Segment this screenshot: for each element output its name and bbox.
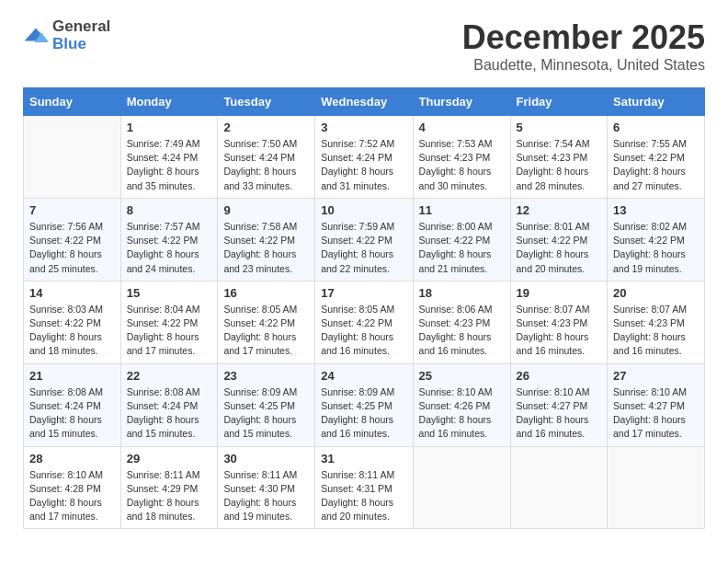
cell-line: and 25 minutes. — [29, 262, 115, 276]
cell-line: Daylight: 8 hours — [127, 330, 212, 344]
cell-line: and 28 minutes. — [517, 179, 601, 193]
day-number: 21 — [29, 369, 115, 383]
calendar-cell: 18Sunrise: 8:06 AMSunset: 4:23 PMDayligh… — [413, 281, 510, 363]
cell-line: Daylight: 8 hours — [321, 330, 406, 344]
cell-line: Daylight: 8 hours — [613, 247, 699, 261]
day-number: 1 — [127, 121, 212, 134]
cell-content: Sunrise: 8:07 AMSunset: 4:23 PMDaylight:… — [613, 303, 699, 359]
cell-line: Sunset: 4:22 PM — [127, 316, 212, 330]
calendar-cell: 13Sunrise: 8:02 AMSunset: 4:22 PMDayligh… — [608, 198, 705, 281]
day-number: 13 — [613, 203, 699, 217]
day-number: 26 — [517, 369, 601, 383]
cell-line: Sunset: 4:22 PM — [517, 234, 601, 247]
calendar-cell: 11Sunrise: 8:00 AMSunset: 4:22 PMDayligh… — [413, 198, 510, 281]
cell-line: Sunset: 4:22 PM — [321, 234, 406, 247]
cell-content: Sunrise: 7:56 AMSunset: 4:22 PMDaylight:… — [29, 220, 115, 276]
cell-content: Sunrise: 8:10 AMSunset: 4:26 PMDaylight:… — [419, 385, 505, 442]
cell-line: Sunset: 4:22 PM — [613, 234, 699, 247]
weekday-header-row: SundayMondayTuesdayWednesdayThursdayFrid… — [24, 88, 705, 116]
cell-line: Sunset: 4:27 PM — [613, 399, 699, 413]
cell-line: Sunset: 4:23 PM — [419, 316, 505, 330]
day-number: 20 — [613, 286, 699, 300]
cell-line: and 16 minutes. — [321, 344, 406, 358]
cell-content: Sunrise: 7:53 AMSunset: 4:23 PMDaylight:… — [419, 137, 505, 193]
day-number: 3 — [321, 121, 406, 134]
cell-content: Sunrise: 8:11 AMSunset: 4:30 PMDaylight:… — [223, 468, 309, 524]
cell-line: and 15 minutes. — [127, 427, 212, 441]
day-number: 31 — [321, 452, 406, 465]
cell-line: Sunrise: 8:06 AM — [419, 303, 505, 316]
calendar-cell: 29Sunrise: 8:11 AMSunset: 4:29 PMDayligh… — [120, 446, 218, 529]
calendar-week-row: 21Sunrise: 8:08 AMSunset: 4:24 PMDayligh… — [24, 363, 705, 446]
cell-line: Daylight: 8 hours — [29, 330, 115, 344]
cell-line: and 16 minutes. — [419, 427, 505, 441]
cell-line: Sunset: 4:25 PM — [321, 399, 406, 413]
cell-line: Daylight: 8 hours — [517, 165, 601, 178]
day-number: 7 — [29, 203, 115, 217]
calendar-cell — [413, 446, 510, 529]
day-number: 19 — [517, 286, 601, 300]
location-title: Baudette, Minnesota, United States — [462, 57, 705, 74]
calendar-cell: 12Sunrise: 8:01 AMSunset: 4:22 PMDayligh… — [510, 198, 607, 281]
cell-line: Sunset: 4:22 PM — [29, 234, 115, 247]
day-number: 30 — [223, 452, 309, 465]
weekday-header-tuesday: Tuesday — [218, 88, 315, 116]
day-number: 15 — [127, 286, 212, 300]
weekday-header-sunday: Sunday — [24, 88, 121, 116]
cell-line: Sunset: 4:22 PM — [419, 234, 505, 247]
cell-line: and 17 minutes. — [613, 427, 699, 441]
cell-content: Sunrise: 8:09 AMSunset: 4:25 PMDaylight:… — [223, 385, 309, 442]
cell-line: and 27 minutes. — [613, 179, 699, 193]
cell-content: Sunrise: 8:11 AMSunset: 4:29 PMDaylight:… — [127, 468, 212, 524]
cell-content: Sunrise: 8:08 AMSunset: 4:24 PMDaylight:… — [29, 385, 115, 442]
cell-line: Daylight: 8 hours — [419, 330, 505, 344]
page-header: General Blue December 2025 Baudette, Min… — [23, 18, 705, 74]
cell-line: Sunrise: 8:11 AM — [127, 468, 212, 482]
cell-line: Sunrise: 8:04 AM — [127, 303, 212, 316]
calendar-cell: 30Sunrise: 8:11 AMSunset: 4:30 PMDayligh… — [218, 446, 315, 529]
cell-line: Sunset: 4:23 PM — [613, 316, 699, 330]
weekday-header-thursday: Thursday — [413, 88, 510, 116]
cell-line: Sunrise: 8:10 AM — [613, 385, 699, 399]
cell-content: Sunrise: 7:49 AMSunset: 4:24 PMDaylight:… — [127, 137, 212, 193]
cell-line: and 15 minutes. — [223, 427, 309, 441]
cell-line: Sunset: 4:22 PM — [613, 151, 699, 165]
cell-line: and 23 minutes. — [223, 262, 309, 276]
calendar-cell: 10Sunrise: 7:59 AMSunset: 4:22 PMDayligh… — [315, 198, 413, 281]
cell-content: Sunrise: 8:05 AMSunset: 4:22 PMDaylight:… — [223, 303, 309, 359]
calendar-cell — [608, 446, 705, 529]
cell-line: Sunrise: 7:50 AM — [223, 137, 309, 151]
cell-content: Sunrise: 8:04 AMSunset: 4:22 PMDaylight:… — [127, 303, 212, 359]
cell-line: Daylight: 8 hours — [29, 247, 115, 261]
cell-line: Sunrise: 8:10 AM — [517, 385, 601, 399]
weekday-header-saturday: Saturday — [608, 88, 705, 116]
cell-line: and 19 minutes. — [223, 510, 309, 523]
cell-line: Sunset: 4:26 PM — [419, 399, 505, 413]
logo-general: General — [52, 18, 110, 36]
cell-line: and 17 minutes. — [127, 344, 212, 358]
calendar-cell: 9Sunrise: 7:58 AMSunset: 4:22 PMDaylight… — [218, 198, 315, 281]
cell-content: Sunrise: 7:52 AMSunset: 4:24 PMDaylight:… — [321, 137, 406, 193]
cell-line: Daylight: 8 hours — [223, 496, 309, 510]
day-number: 17 — [321, 286, 406, 300]
cell-line: and 16 minutes. — [419, 344, 505, 358]
day-number: 11 — [419, 203, 505, 217]
cell-line: Daylight: 8 hours — [223, 165, 309, 178]
cell-line: Sunset: 4:22 PM — [127, 234, 212, 247]
cell-line: Daylight: 8 hours — [419, 247, 505, 261]
calendar-cell: 4Sunrise: 7:53 AMSunset: 4:23 PMDaylight… — [413, 116, 510, 199]
cell-content: Sunrise: 8:09 AMSunset: 4:25 PMDaylight:… — [321, 385, 406, 442]
cell-line: and 16 minutes. — [613, 344, 699, 358]
cell-line: Sunrise: 7:59 AM — [321, 220, 406, 234]
cell-line: Sunset: 4:23 PM — [517, 316, 601, 330]
cell-line: and 16 minutes. — [517, 427, 601, 441]
cell-line: Daylight: 8 hours — [613, 330, 699, 344]
cell-line: Sunrise: 8:07 AM — [517, 303, 601, 316]
cell-line: and 24 minutes. — [127, 262, 212, 276]
cell-content: Sunrise: 8:06 AMSunset: 4:23 PMDaylight:… — [419, 303, 505, 359]
cell-line: Daylight: 8 hours — [29, 496, 115, 510]
calendar-cell: 25Sunrise: 8:10 AMSunset: 4:26 PMDayligh… — [413, 363, 510, 446]
cell-line: Sunset: 4:22 PM — [223, 234, 309, 247]
cell-line: and 31 minutes. — [321, 179, 406, 193]
cell-line: Sunset: 4:24 PM — [127, 151, 212, 165]
